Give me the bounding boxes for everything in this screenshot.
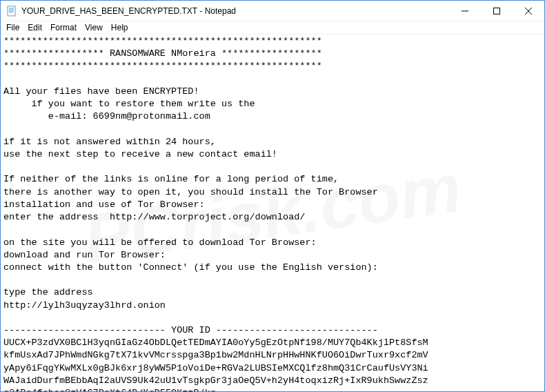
- menu-file[interactable]: File: [2, 22, 23, 33]
- minimize-button[interactable]: [449, 1, 481, 21]
- menu-help[interactable]: Help: [107, 22, 132, 33]
- window-title: YOUR_DRIVE_HAS_BEEN_ENCRYPTED.TXT - Note…: [21, 6, 449, 16]
- menubar: File Edit Format View Help: [1, 21, 544, 35]
- text-editor-area[interactable]: PCrisk.com *****************************…: [1, 35, 544, 391]
- window-controls: [449, 1, 544, 21]
- menu-edit[interactable]: Edit: [23, 22, 46, 33]
- close-button[interactable]: [513, 1, 544, 21]
- document-content[interactable]: ****************************************…: [1, 35, 544, 391]
- menu-format[interactable]: Format: [46, 22, 81, 33]
- menu-view[interactable]: View: [81, 22, 107, 33]
- maximize-button[interactable]: [481, 1, 513, 21]
- titlebar: YOUR_DRIVE_HAS_BEEN_ENCRYPTED.TXT - Note…: [1, 1, 544, 21]
- notepad-icon: [6, 6, 17, 17]
- svg-rect-6: [494, 8, 500, 14]
